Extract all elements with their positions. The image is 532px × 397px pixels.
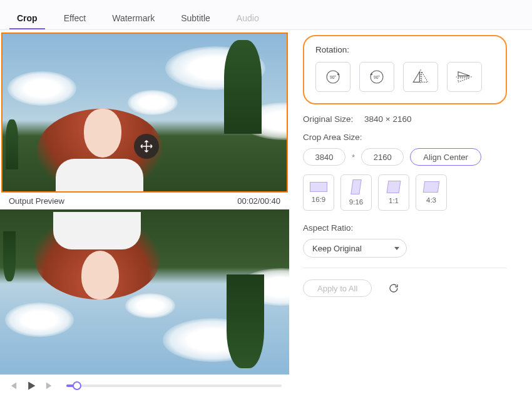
aspect-ratio-select[interactable]: Keep Original — [303, 239, 407, 258]
original-size-value: 3840 × 2160 — [364, 114, 411, 124]
tab-audio: Audio — [229, 7, 267, 29]
ratio-1-1-button[interactable]: 1:1 — [378, 174, 409, 211]
rotate-cw-button[interactable]: 90° — [315, 62, 350, 92]
rotation-panel: Rotation: 90° 90° — [303, 35, 507, 104]
tab-bar: Crop Effect Watermark Subtitle Audio — [0, 0, 532, 30]
apply-to-all-button[interactable]: Apply to All — [303, 279, 372, 297]
rotate-ccw-button[interactable]: 90° — [359, 62, 394, 92]
crop-width-input[interactable] — [303, 148, 345, 166]
flip-horizontal-button[interactable] — [403, 62, 438, 92]
time-display: 00:02/00:40 — [237, 196, 280, 206]
prev-frame-button[interactable] — [8, 379, 20, 392]
reset-button[interactable] — [387, 281, 401, 295]
svg-text:90°: 90° — [330, 75, 336, 79]
crop-handle-tr[interactable] — [280, 33, 288, 40]
crop-handle-br[interactable] — [280, 185, 288, 193]
crop-area[interactable] — [1, 33, 288, 193]
output-preview-label: Output Preview — [9, 196, 64, 206]
move-handle[interactable] — [134, 134, 159, 159]
tab-crop[interactable]: Crop — [9, 7, 45, 29]
crop-height-input[interactable] — [361, 148, 404, 166]
tab-watermark[interactable]: Watermark — [105, 7, 162, 29]
divider — [303, 268, 507, 268]
rotation-label: Rotation: — [315, 45, 494, 54]
original-size-label: Original Size: — [303, 114, 358, 124]
seek-thumb[interactable] — [73, 381, 81, 390]
tab-subtitle[interactable]: Subtitle — [173, 7, 218, 29]
ratio-9-16-button[interactable]: 9:16 — [340, 174, 372, 211]
crop-handle-bl[interactable] — [1, 185, 9, 193]
play-button[interactable] — [25, 379, 38, 392]
seek-slider[interactable] — [66, 384, 282, 387]
output-preview — [0, 209, 289, 374]
flip-vertical-button[interactable] — [447, 62, 482, 92]
crop-area-size-label: Crop Area Size: — [303, 133, 507, 142]
align-center-button[interactable]: Align Center — [410, 148, 481, 166]
multiply-symbol: * — [352, 153, 355, 162]
svg-text:90°: 90° — [374, 75, 380, 79]
tab-effect[interactable]: Effect — [56, 7, 94, 29]
next-frame-button[interactable] — [43, 379, 55, 392]
aspect-ratio-label: Aspect Ratio: — [303, 223, 507, 233]
crop-handle-tl[interactable] — [1, 33, 9, 40]
ratio-16-9-button[interactable]: 16:9 — [303, 174, 334, 211]
ratio-4-3-button[interactable]: 4:3 — [416, 174, 447, 211]
